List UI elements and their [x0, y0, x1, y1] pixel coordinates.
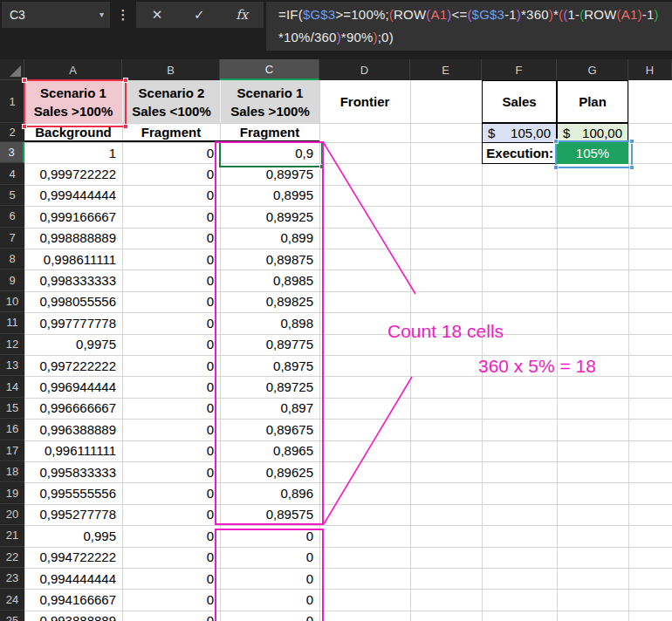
- annotation-count-text[interactable]: Count 18 cells: [387, 321, 504, 342]
- cell-B23[interactable]: 0: [122, 568, 220, 589]
- cell-G1-plan-header[interactable]: Plan: [557, 80, 628, 123]
- row-header-5[interactable]: 5: [0, 185, 24, 206]
- ref-handle[interactable]: [22, 124, 27, 129]
- row-header-10[interactable]: 10: [0, 291, 24, 312]
- column-header-C[interactable]: C: [220, 59, 319, 80]
- cell-A16[interactable]: 0,996388889: [24, 419, 122, 440]
- cell-A8[interactable]: 0,998611111: [24, 249, 122, 270]
- cell-B10[interactable]: 0: [122, 291, 220, 312]
- cell-A10[interactable]: 0,998055556: [24, 291, 122, 312]
- cell-A6[interactable]: 0,999166667: [24, 206, 122, 227]
- cell-A9[interactable]: 0,998333333: [24, 270, 122, 290]
- row-header-9[interactable]: 9: [0, 270, 24, 290]
- ref-handle[interactable]: [123, 78, 128, 83]
- cell-B22[interactable]: 0: [122, 547, 220, 568]
- cell-A4[interactable]: 0,999722222: [24, 163, 122, 184]
- row-header-2[interactable]: 2: [0, 123, 24, 142]
- cell-F2-sales-value[interactable]: $ 105,00: [482, 123, 557, 143]
- cell-A21[interactable]: 0,995: [24, 525, 122, 546]
- cell-F1-sales-header[interactable]: Sales: [482, 80, 557, 123]
- cell-A24[interactable]: 0,994166667: [24, 589, 122, 610]
- ref-handle[interactable]: [629, 139, 634, 144]
- annotation-calc-text[interactable]: 360 x 5% = 18: [478, 356, 596, 377]
- highlight-box-c3-c20[interactable]: [215, 141, 324, 525]
- column-header-D[interactable]: D: [319, 59, 410, 80]
- cell-A25[interactable]: 0,993888889: [24, 611, 122, 621]
- cell-B3[interactable]: 0: [122, 142, 220, 163]
- highlight-box-c21-down[interactable]: [215, 529, 324, 621]
- cell-A13[interactable]: 0,997222222: [24, 355, 122, 376]
- cell-B6[interactable]: 0: [122, 206, 220, 227]
- cell-B5[interactable]: 0: [122, 185, 220, 206]
- cell-B19[interactable]: 0: [122, 482, 220, 503]
- row-header-16[interactable]: 16: [0, 419, 24, 440]
- column-header-H[interactable]: H: [628, 59, 672, 80]
- cell-A20[interactable]: 0,995277778: [24, 504, 122, 525]
- row-header-12[interactable]: 12: [0, 334, 24, 355]
- cell-A23[interactable]: 0,994444444: [24, 568, 122, 589]
- cell-A7[interactable]: 0,998888889: [24, 228, 122, 249]
- column-header-B[interactable]: B: [122, 59, 220, 80]
- cell-A15[interactable]: 0,996666667: [24, 398, 122, 419]
- row-header-1[interactable]: 1: [0, 80, 24, 123]
- row-header-24[interactable]: 24: [0, 589, 24, 610]
- cell-B16[interactable]: 0: [122, 419, 220, 440]
- row-header-21[interactable]: 21: [0, 525, 24, 546]
- ref-handle[interactable]: [553, 165, 559, 170]
- cell-A5[interactable]: 0,999444444: [24, 185, 122, 206]
- row-header-22[interactable]: 22: [0, 547, 24, 568]
- ref-handle[interactable]: [553, 139, 559, 144]
- cell-B7[interactable]: 0: [122, 228, 220, 249]
- cell-B2[interactable]: Fragment: [122, 123, 220, 142]
- name-box[interactable]: C3 ▾: [2, 2, 110, 28]
- cancel-icon[interactable]: ✕: [152, 7, 163, 23]
- cell-A18[interactable]: 0,995833333: [24, 461, 122, 482]
- cell-A17[interactable]: 0,996111111: [24, 440, 122, 461]
- row-header-11[interactable]: 11: [0, 312, 24, 333]
- row-header-20[interactable]: 20: [0, 504, 24, 525]
- row-header-13[interactable]: 13: [0, 355, 24, 376]
- row-header-14[interactable]: 14: [0, 376, 24, 397]
- insert-function-icon[interactable]: fx: [236, 7, 248, 23]
- cell-B13[interactable]: 0: [122, 355, 220, 376]
- ref-handle[interactable]: [123, 124, 128, 129]
- row-header-19[interactable]: 19: [0, 482, 24, 503]
- cell-B8[interactable]: 0: [122, 249, 220, 270]
- cell-B18[interactable]: 0: [122, 461, 220, 482]
- cell-B24[interactable]: 0: [122, 589, 220, 610]
- column-header-G[interactable]: G: [557, 59, 628, 80]
- column-header-A[interactable]: A: [24, 59, 122, 80]
- ref-handle[interactable]: [629, 165, 634, 170]
- select-all-button[interactable]: [0, 59, 24, 80]
- cell-B20[interactable]: 0: [122, 504, 220, 525]
- cell-B1[interactable]: Scenario 2 Sales <100%: [122, 80, 220, 123]
- cell-B12[interactable]: 0: [122, 334, 220, 355]
- cell-A3[interactable]: 1: [24, 142, 122, 163]
- cell-F3-execution-label[interactable]: Execution:: [482, 142, 557, 164]
- cell-B21[interactable]: 0: [122, 525, 220, 546]
- cell-A19[interactable]: 0,995555556: [24, 482, 122, 503]
- row-header-4[interactable]: 4: [0, 163, 24, 184]
- cell-C2[interactable]: Fragment: [220, 123, 319, 142]
- row-header-8[interactable]: 8: [0, 249, 24, 270]
- row-header-15[interactable]: 15: [0, 398, 24, 419]
- cell-B17[interactable]: 0: [122, 440, 220, 461]
- cell-B15[interactable]: 0: [122, 398, 220, 419]
- column-header-F[interactable]: F: [482, 59, 557, 80]
- row-header-18[interactable]: 18: [0, 461, 24, 482]
- ref-handle[interactable]: [22, 78, 27, 83]
- cell-A14[interactable]: 0,996944444: [24, 376, 122, 397]
- cell-B4[interactable]: 0: [122, 163, 220, 184]
- row-header-6[interactable]: 6: [0, 206, 24, 227]
- enter-icon[interactable]: ✓: [194, 7, 205, 23]
- cell-A22[interactable]: 0,994722222: [24, 547, 122, 568]
- more-options-icon[interactable]: ⋮: [113, 2, 133, 28]
- cell-B14[interactable]: 0: [122, 376, 220, 397]
- cell-A11[interactable]: 0,997777778: [24, 312, 122, 333]
- row-header-17[interactable]: 17: [0, 440, 24, 461]
- row-header-25[interactable]: 25: [0, 611, 24, 621]
- column-header-E[interactable]: E: [410, 59, 482, 80]
- formula-bar[interactable]: =IF($G$3>=100%;(ROW(A1)<=($G$3-1)*360)*(…: [266, 2, 672, 51]
- name-box-dropdown-icon[interactable]: ▾: [99, 10, 104, 19]
- cell-D1[interactable]: Frontier: [319, 80, 410, 123]
